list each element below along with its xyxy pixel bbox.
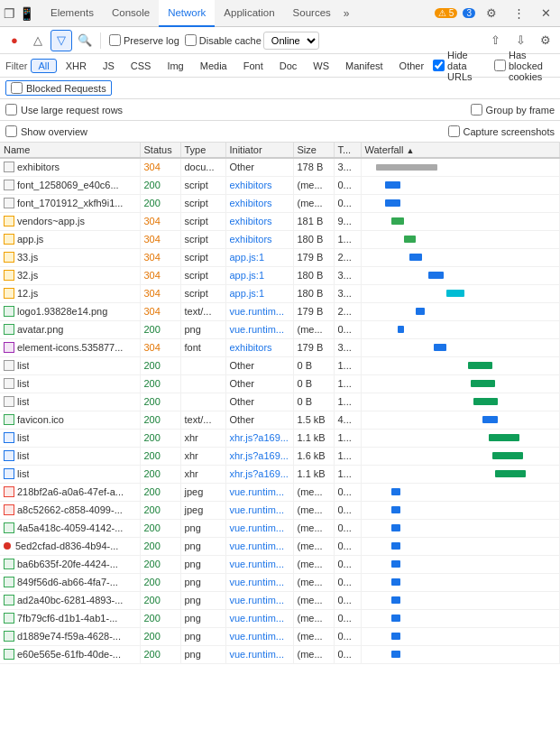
tab-network[interactable]: Network [159,0,215,27]
show-overview-checkbox[interactable] [5,125,17,137]
table-row[interactable]: font_1258069_e40c6... 200 script exhibit… [0,176,560,194]
col-header-time[interactable]: T... [334,143,361,158]
more-tabs[interactable]: » [340,7,353,20]
network-settings-button[interactable]: ⚙ [535,30,556,51]
initiator-link[interactable]: app.js:1 [230,270,265,281]
has-blocked-cookies-checkbox[interactable] [494,60,506,71]
cell-initiator[interactable]: vue.runtim... [225,591,293,609]
disable-cache-checkbox[interactable] [185,34,197,46]
export-button[interactable]: ⇩ [510,30,531,51]
table-row[interactable]: 5ed2cfad-d836-4b94-... 200 png vue.runti… [0,537,560,555]
table-row[interactable]: list 200 Other 0 B 1... [0,393,560,411]
table-row[interactable]: 4a5a418c-4059-4142-... 200 png vue.runti… [0,519,560,537]
initiator-link[interactable]: vue.runtim... [230,324,285,335]
initiator-link[interactable]: exhibitors [230,180,272,190]
col-header-size[interactable]: Size [293,143,334,158]
throttle-select[interactable]: Online [263,32,319,50]
table-row[interactable]: logo1.93828e14.png 304 text/... vue.runt… [0,302,560,320]
record-button[interactable]: ● [4,30,25,51]
filter-ws[interactable]: WS [306,59,336,73]
group-by-frame-checkbox[interactable] [471,104,482,116]
device-icon[interactable]: 📱 [19,6,34,21]
filter-js[interactable]: JS [96,59,122,73]
initiator-link[interactable]: vue.runtim... [230,613,285,624]
filter-manifest[interactable]: Manifest [338,59,390,73]
cell-initiator[interactable]: exhibitors [225,338,293,356]
table-row[interactable]: element-icons.535877... 304 font exhibit… [0,338,560,356]
table-row[interactable]: ad2a40bc-6281-4893-... 200 png vue.runti… [0,591,560,609]
tab-sources[interactable]: Sources [284,0,340,27]
col-header-initiator[interactable]: Initiator [225,143,293,158]
blocked-requests-checkbox[interactable] [11,82,23,94]
close-button[interactable]: ✕ [535,3,556,24]
blocked-requests-checkbox-label[interactable]: Blocked Requests [5,80,112,96]
table-row[interactable]: list 200 xhr xhr.js?a169... 1.6 kB 1... [0,447,560,465]
import-button[interactable]: ⇧ [484,30,506,51]
table-row[interactable]: 32.js 304 script app.js:1 180 B 3... [0,266,560,284]
filter-all[interactable]: All [31,59,56,73]
cell-initiator[interactable]: vue.runtim... [225,501,293,519]
initiator-link[interactable]: vue.runtim... [230,504,285,515]
cell-initiator[interactable]: exhibitors [225,212,293,230]
initiator-link[interactable]: exhibitors [230,342,272,353]
table-row[interactable]: font_1701912_xkfh9i1... 200 script exhib… [0,194,560,212]
disable-cache-label[interactable]: Disable cache [185,34,262,46]
filter-media[interactable]: Media [193,59,234,73]
table-row[interactable]: vendors~app.js 304 script exhibitors 181… [0,212,560,230]
cell-initiator[interactable]: app.js:1 [225,284,293,302]
initiator-link[interactable]: exhibitors [230,234,272,245]
large-rows-label[interactable]: Use large request rows [5,104,123,116]
table-row[interactable]: e60e565e-61fb-40de-... 200 png vue.runti… [0,645,560,663]
initiator-link[interactable]: exhibitors [230,216,272,226]
table-row[interactable]: list 200 xhr xhr.js?a169... 1.1 kB 1... [0,465,560,483]
cell-initiator[interactable]: vue.runtim... [225,645,293,663]
initiator-link[interactable]: vue.runtim... [230,522,285,533]
filter-css[interactable]: CSS [124,59,159,73]
initiator-link[interactable]: xhr.js?a169... [230,432,289,443]
table-row[interactable]: 218bf2a6-a0a6-47ef-a... 200 jpeg vue.run… [0,483,560,501]
has-blocked-cookies-label[interactable]: Has blocked cookies [494,50,555,82]
hide-data-urls-label[interactable]: Hide data URLs [433,50,482,82]
cell-initiator[interactable]: app.js:1 [225,248,293,266]
initiator-link[interactable]: vue.runtim... [230,559,285,569]
cell-initiator[interactable]: vue.runtim... [225,519,293,537]
col-header-waterfall[interactable]: Waterfall ▲ [361,143,560,158]
col-header-name[interactable]: Name [0,143,140,158]
initiator-link[interactable]: xhr.js?a169... [230,468,289,479]
tab-elements[interactable]: Elements [41,0,103,27]
table-row[interactable]: app.js 304 script exhibitors 180 B 1... [0,230,560,248]
clear-button[interactable]: △ [27,30,49,51]
capture-screenshots-checkbox[interactable] [448,125,460,137]
cell-initiator[interactable]: vue.runtim... [225,609,293,627]
preserve-log-checkbox[interactable] [109,34,121,46]
filter-button[interactable]: ▽ [50,30,72,51]
table-row[interactable]: favicon.ico 200 text/... Other 1.5 kB 4.… [0,411,560,429]
cell-initiator[interactable]: vue.runtim... [225,302,293,320]
table-row[interactable]: a8c52662-c858-4099-... 200 jpeg vue.runt… [0,501,560,519]
initiator-link[interactable]: app.js:1 [230,252,265,263]
inspect-icon[interactable]: ❐ [4,6,15,21]
table-row[interactable]: exhibitors 304 docu... Other 178 B 3... [0,158,560,176]
initiator-link[interactable]: vue.runtim... [230,631,285,642]
col-header-type[interactable]: Type [180,143,225,158]
table-row[interactable]: ba6b635f-20fe-4424-... 200 png vue.runti… [0,555,560,573]
settings-button[interactable]: ⚙ [481,3,502,24]
cell-initiator[interactable]: xhr.js?a169... [225,447,293,465]
table-row[interactable]: 12.js 304 script app.js:1 180 B 3... [0,284,560,302]
tab-application[interactable]: Application [215,0,283,27]
filter-other[interactable]: Other [392,59,432,73]
col-header-status[interactable]: Status [140,143,180,158]
capture-screenshots-label[interactable]: Capture screenshots [448,125,555,137]
initiator-link[interactable]: vue.runtim... [230,306,285,317]
initiator-link[interactable]: vue.runtim... [230,577,285,587]
table-row[interactable]: 7fb79cf6-d1b1-4ab1-... 200 png vue.runti… [0,609,560,627]
cell-initiator[interactable]: exhibitors [225,176,293,194]
table-row[interactable]: d1889e74-f59a-4628-... 200 png vue.runti… [0,627,560,645]
more-options-button[interactable]: ⋮ [508,3,529,24]
table-row[interactable]: list 200 xhr xhr.js?a169... 1.1 kB 1... [0,429,560,447]
tab-console[interactable]: Console [103,0,159,27]
search-button[interactable]: 🔍 [74,30,96,51]
cell-initiator[interactable]: vue.runtim... [225,537,293,555]
cell-initiator[interactable]: app.js:1 [225,266,293,284]
initiator-link[interactable]: vue.runtim... [230,486,285,497]
